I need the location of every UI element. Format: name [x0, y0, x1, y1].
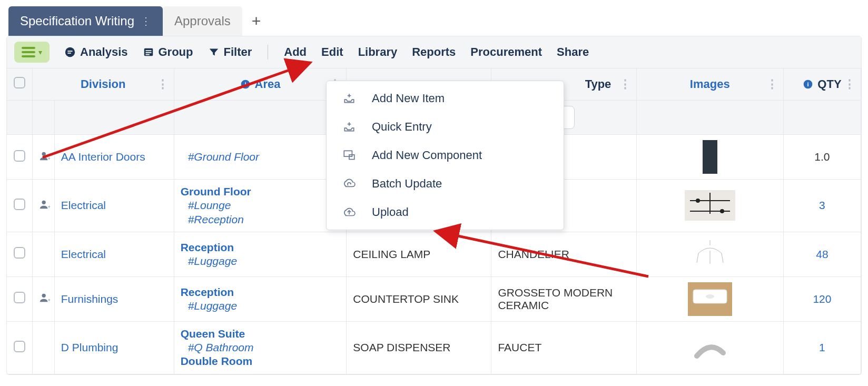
- qty-cell[interactable]: 3: [783, 180, 861, 232]
- tab-label: Specification Writing: [20, 14, 134, 28]
- image-cell[interactable]: [636, 135, 783, 180]
- info-icon: i: [803, 79, 813, 90]
- area-cell[interactable]: Ground Floor#Lounge#Reception: [174, 180, 347, 232]
- menu-library[interactable]: Library: [358, 45, 398, 59]
- analysis-button[interactable]: Analysis: [64, 45, 128, 59]
- kebab-icon[interactable]: ⋮: [157, 77, 169, 91]
- chevron-down-icon: ▾: [38, 48, 42, 56]
- area-sub: #Reception: [181, 213, 340, 226]
- header-label: Division: [81, 77, 126, 91]
- division-cell[interactable]: Electrical: [61, 248, 106, 260]
- group-icon: [143, 46, 154, 58]
- row-checkbox[interactable]: [14, 150, 25, 162]
- area-main: Reception: [181, 241, 340, 254]
- row-checkbox[interactable]: [14, 292, 25, 303]
- table-row: +FurnishingsReception#LuggageCOUNTERTOP …: [7, 276, 861, 321]
- image-cell[interactable]: [636, 276, 783, 321]
- header-label: Images: [690, 77, 730, 91]
- dropdown-add-component[interactable]: Add New Component: [327, 141, 564, 170]
- assign-user-icon[interactable]: +: [39, 152, 51, 164]
- inbox-plus-icon: [341, 92, 357, 105]
- add-tab-button[interactable]: +: [242, 12, 271, 30]
- group-button[interactable]: Group: [143, 45, 193, 59]
- svg-point-19: [696, 199, 700, 203]
- item-cell: SOAP DISPENSER: [347, 321, 491, 374]
- area-cell[interactable]: Reception#Luggage: [174, 276, 347, 321]
- kebab-icon[interactable]: ⋮: [619, 77, 631, 91]
- svg-rect-31: [344, 151, 352, 156]
- kebab-icon[interactable]: ⋮: [766, 77, 778, 91]
- svg-point-20: [720, 209, 724, 213]
- tab-label: Approvals: [174, 14, 231, 28]
- area-sub: #Lounge: [181, 199, 340, 212]
- division-cell[interactable]: Furnishings: [61, 293, 119, 305]
- component-icon: [341, 149, 357, 162]
- svg-text:+: +: [47, 298, 50, 303]
- filter-button[interactable]: Filter: [208, 45, 252, 59]
- header-images[interactable]: Images ⋮: [636, 68, 783, 101]
- dropdown-batch-update[interactable]: Batch Update: [327, 170, 564, 198]
- add-dropdown: Add New Item Quick Entry Add New Compone…: [326, 81, 564, 230]
- svg-text:i: i: [244, 81, 246, 87]
- item-cell: COUNTERTOP SINK: [347, 276, 491, 321]
- area-main: Ground Floor: [181, 185, 340, 199]
- svg-text:i: i: [807, 81, 809, 87]
- type-cell: FAUCET: [491, 321, 636, 374]
- dropdown-upload[interactable]: Upload: [327, 198, 564, 226]
- thumbnail-image: [688, 282, 732, 316]
- tab-specification-writing[interactable]: Specification Writing ⋮: [8, 6, 163, 36]
- image-cell[interactable]: [636, 232, 783, 276]
- menu-edit[interactable]: Edit: [321, 45, 343, 59]
- item-cell: CEILING LAMP: [347, 232, 491, 276]
- area-cell[interactable]: #Ground Floor: [174, 135, 347, 180]
- division-cell[interactable]: AA Interior Doors: [61, 151, 145, 163]
- tab-approvals[interactable]: Approvals: [163, 6, 242, 36]
- svg-point-0: [65, 47, 75, 57]
- svg-rect-2: [67, 53, 71, 54]
- header-area[interactable]: i Area ⋮: [174, 68, 347, 101]
- row-checkbox[interactable]: [14, 199, 25, 210]
- area-cell[interactable]: Reception#Luggage: [174, 232, 347, 276]
- menu-share[interactable]: Share: [557, 45, 589, 59]
- assign-user-icon[interactable]: +: [39, 200, 51, 212]
- dropdown-label: Batch Update: [372, 177, 442, 191]
- area-cell[interactable]: Queen Suite#Q BathroomDouble Room: [174, 321, 347, 374]
- qty-cell[interactable]: 48: [783, 232, 861, 276]
- analysis-icon: [64, 46, 76, 58]
- filter-icon: [208, 46, 220, 58]
- type-cell: CHANDELIER: [491, 232, 636, 276]
- type-cell: GROSSETO MODERN CERAMIC: [491, 276, 636, 321]
- svg-point-11: [42, 152, 45, 155]
- table-row: D PlumbingQueen Suite#Q BathroomDouble R…: [7, 321, 861, 374]
- menu-reports[interactable]: Reports: [412, 45, 456, 59]
- assign-user-icon[interactable]: +: [39, 293, 51, 305]
- view-menu-button[interactable]: ▾: [14, 42, 50, 63]
- image-cell[interactable]: [636, 321, 783, 374]
- thumbnail-image: [691, 237, 729, 271]
- table-row: ElectricalReception#LuggageCEILING LAMPC…: [7, 232, 861, 276]
- header-qty[interactable]: i QTY ⋮: [783, 68, 861, 101]
- svg-rect-6: [145, 54, 149, 55]
- division-cell[interactable]: Electrical: [61, 199, 106, 211]
- header-division[interactable]: Division ⋮: [32, 68, 174, 101]
- svg-text:+: +: [47, 156, 50, 161]
- info-icon: i: [240, 79, 251, 90]
- kebab-icon[interactable]: ⋮: [844, 77, 855, 91]
- qty-cell[interactable]: 1.0: [783, 135, 861, 180]
- qty-cell[interactable]: 1: [783, 321, 861, 374]
- image-cell[interactable]: [636, 180, 783, 232]
- thumbnail-image: [703, 140, 717, 174]
- svg-point-23: [42, 294, 45, 298]
- menu-add[interactable]: Add: [284, 45, 307, 59]
- kebab-icon[interactable]: ⋮: [141, 15, 151, 27]
- row-checkbox[interactable]: [14, 247, 25, 259]
- cloud-sync-icon: [341, 177, 357, 191]
- qty-cell[interactable]: 120: [783, 276, 861, 321]
- dropdown-label: Quick Entry: [372, 120, 432, 134]
- header-checkbox[interactable]: [7, 68, 32, 101]
- dropdown-add-new-item[interactable]: Add New Item: [327, 84, 564, 113]
- menu-procurement[interactable]: Procurement: [470, 45, 542, 59]
- dropdown-quick-entry[interactable]: Quick Entry: [327, 113, 564, 141]
- row-checkbox[interactable]: [14, 341, 25, 352]
- division-cell[interactable]: D Plumbing: [61, 341, 119, 353]
